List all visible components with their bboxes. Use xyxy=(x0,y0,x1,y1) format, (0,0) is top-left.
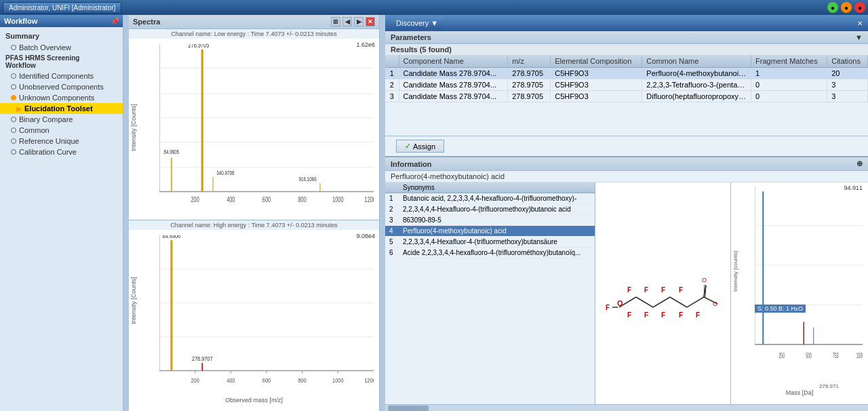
results-section: Results (5 found) Component Name m/z Ele… xyxy=(385,44,868,136)
spectra-close-icon[interactable]: ✕ xyxy=(366,17,375,26)
svg-text:O: O xyxy=(617,299,623,307)
bullet-icon xyxy=(11,149,16,155)
synonym-row-highlighted[interactable]: 4 Perfluoro(4-methoxybutanoic) acid xyxy=(385,226,595,237)
discovery-dropdown-icon[interactable]: ▼ xyxy=(431,19,438,27)
nav-label: Batch Overview xyxy=(19,43,71,52)
synonym-row[interactable]: 3 863090-89-5 xyxy=(385,215,595,226)
resize-handle-left[interactable] xyxy=(123,15,129,411)
svg-text:F: F xyxy=(679,311,683,319)
synonym-row[interactable]: 1 Butanoic acid, 2,2,3,3,4,4-hexafluoro-… xyxy=(385,193,595,204)
discovery-close-icon[interactable]: ✕ xyxy=(857,20,863,27)
nav-calibration[interactable]: Calibration Curve xyxy=(0,146,123,157)
row-component: Candidate Mass 278.9704... xyxy=(399,91,508,102)
workflow-pin-icon[interactable]: 📌 xyxy=(111,18,119,25)
syn-text: 2,2,3,3,4,4-Hexafluor-4-(trifluormethoxy… xyxy=(399,237,595,248)
summary-label: Summary xyxy=(0,30,123,42)
synonym-row[interactable]: 6 Acide 2,2,3,3,4,4-hexafluoro-4-(triflu… xyxy=(385,248,595,258)
col-header-cn[interactable]: Common Name xyxy=(642,55,751,68)
svg-line-55 xyxy=(687,297,704,307)
results-table: Component Name m/z Elemental Composition… xyxy=(385,55,868,136)
nav-identified[interactable]: Identified Components xyxy=(0,71,123,81)
bullet-icon xyxy=(11,73,16,79)
information-section: Information ⊕ Perfluoro(4-methoxybutanoi… xyxy=(385,157,868,411)
svg-text:F: F xyxy=(627,286,631,294)
nav-label: Common xyxy=(19,126,50,134)
svg-text:400: 400 xyxy=(226,196,235,202)
row-fm: 0 xyxy=(751,91,827,102)
workflow-nav: Summary Batch Overview PFAS HRMS Screeni… xyxy=(0,27,123,411)
high-energy-y-label: Intensity [Counts] xyxy=(130,277,137,325)
info-title-label: Information xyxy=(391,160,432,168)
params-collapse-icon[interactable]: ▼ xyxy=(855,33,863,41)
synonym-row[interactable]: 5 2,2,3,3,4,4-Hexafluor-4-(trifluormetho… xyxy=(385,237,595,248)
spectra-icon-3[interactable]: ▶ xyxy=(354,17,363,26)
right-panel: Discovery ▼ ✕ Parameters ▼ Results (5 fo… xyxy=(385,15,868,411)
horizontal-scrollbar[interactable] xyxy=(385,404,868,411)
col-header-num xyxy=(385,55,399,68)
nav-common[interactable]: Common xyxy=(0,125,123,136)
row-num: 1 xyxy=(385,68,399,79)
svg-line-53 xyxy=(653,297,670,307)
row-mz: 278.9705 xyxy=(508,68,551,79)
high-energy-x-label: Observed mass [m/z] xyxy=(129,397,379,404)
col-header-ec[interactable]: Elemental Composition xyxy=(551,55,642,68)
info-content: Synonyms 1 Butanoic acid, 2,2,3,3,4,4-he… xyxy=(385,182,868,404)
svg-text:200: 200 xyxy=(191,376,199,384)
row-cit: 3 xyxy=(827,79,868,91)
svg-line-52 xyxy=(636,297,653,307)
nav-batch-overview[interactable]: Batch Overview xyxy=(0,42,123,53)
workflow-controls: 📌 xyxy=(111,18,119,25)
col-header-fm[interactable]: Fragment Matches xyxy=(751,55,827,68)
spectrum-x-label: Mass [Da] xyxy=(786,389,814,396)
status-icon-green: ● xyxy=(827,2,838,13)
discovery-title-area: Discovery ▼ xyxy=(391,17,443,29)
spectra-panel: Spectra ⊞ ◀ ▶ ✕ Channel name: Low energy… xyxy=(129,15,380,411)
nav-binary[interactable]: Binary Compare xyxy=(0,114,123,125)
taskbar-app-button[interactable]: Administrator, UNIFI [Administrator] xyxy=(3,2,121,14)
table-row[interactable]: 1 Candidate Mass 278.9704... 278.9705 C5… xyxy=(385,68,868,79)
svg-text:278.9707: 278.9707 xyxy=(192,355,213,362)
table-row[interactable]: 2 Candidate Mass 278.9704... 278.9705 C5… xyxy=(385,79,868,91)
col-header-component[interactable]: Component Name xyxy=(399,55,508,68)
params-label: Parameters xyxy=(391,33,431,41)
high-energy-svg: 84.9906 278.9707 200 400 600 800 1000 12… xyxy=(159,235,374,390)
nav-unobserved[interactable]: Unobserved Components xyxy=(0,81,123,92)
checkmark-icon: ✓ xyxy=(405,142,411,151)
row-common: Difluoro(heptafluoropropoxy)aceti... xyxy=(642,91,751,102)
syn-text: 863090-89-5 xyxy=(399,215,595,226)
low-energy-chart: Channel name: Low energy : Time 7.4073 +… xyxy=(129,29,379,220)
row-fm: 1 xyxy=(751,68,827,79)
svg-text:1000: 1000 xyxy=(332,196,343,202)
spectrum-svg: 250 500 750 1000 20000 40000 60000 80000 xyxy=(755,186,863,367)
assign-bar: ✓ Assign xyxy=(385,136,868,156)
row-num: 3 xyxy=(385,91,399,102)
nav-reference[interactable]: Reference Unique xyxy=(0,136,123,146)
assign-button[interactable]: ✓ Assign xyxy=(396,140,444,153)
spectrum-label-bar: S: 0.50 B: 1 H₂O xyxy=(755,305,806,313)
svg-text:200: 200 xyxy=(191,196,199,202)
status-icon-orange: ● xyxy=(841,2,852,13)
scrollbar-thumb[interactable] xyxy=(388,406,429,411)
row-mz: 278.9705 xyxy=(508,79,551,91)
syn-num: 3 xyxy=(385,215,399,226)
resize-handle-center[interactable] xyxy=(380,15,385,411)
col-header-mz[interactable]: m/z xyxy=(508,55,551,68)
svg-text:84.9906: 84.9906 xyxy=(163,235,181,240)
svg-text:1000: 1000 xyxy=(332,376,343,384)
nav-unknown[interactable]: Unknown Components xyxy=(0,92,123,103)
low-energy-y-label: Intensity [Counts] xyxy=(130,104,137,151)
row-component: Candidate Mass 278.9704... xyxy=(399,79,508,91)
synonym-row[interactable]: 2 2,2,3,4,4,4-Hexafluoro-4-(trifluoromet… xyxy=(385,204,595,215)
row-common: 2,2,3,3-Tetrafluoro-3-(pentafluoro... xyxy=(642,79,751,91)
svg-line-54 xyxy=(670,297,687,307)
svg-text:1000: 1000 xyxy=(856,351,863,360)
table-row[interactable]: 3 Candidate Mass 278.9704... 278.9705 C5… xyxy=(385,91,868,102)
row-fm: 0 xyxy=(751,79,827,91)
row-cit: 20 xyxy=(827,68,868,79)
spectra-icon-2[interactable]: ◀ xyxy=(342,17,352,26)
spectra-icon-1[interactable]: ⊞ xyxy=(331,17,340,26)
info-icon[interactable]: ⊕ xyxy=(856,159,863,168)
col-header-cit[interactable]: Citations xyxy=(827,55,868,68)
nav-elucidation[interactable]: ▶ Elucidation Toolset xyxy=(0,103,123,114)
bullet-icon xyxy=(11,128,16,133)
